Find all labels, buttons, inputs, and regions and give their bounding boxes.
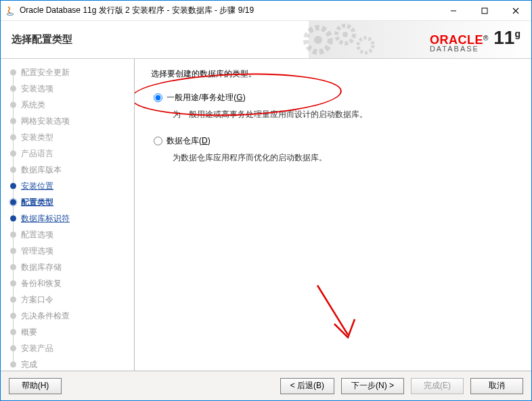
oracle-version: 11g: [493, 27, 520, 49]
step-label: 完成: [21, 359, 37, 371]
step-item: 概要: [7, 324, 131, 340]
step-label: 数据库版本: [21, 164, 62, 176]
step-dot-icon: [10, 248, 16, 254]
step-label: 数据库存储: [21, 262, 62, 273]
step-label: 网格安装选项: [21, 116, 70, 127]
radio-option-warehouse: 数据仓库(D)为数据仓库应用程序而优化的启动数据库。: [151, 135, 515, 164]
step-dot-icon: [10, 86, 16, 92]
step-dot-icon: [10, 199, 16, 206]
step-item: 安装类型: [7, 129, 131, 145]
step-label: 数据库标识符: [21, 213, 70, 225]
step-item: 数据库版本: [7, 162, 131, 178]
java-icon: [5, 5, 16, 16]
step-label: 安装位置: [21, 181, 53, 192]
svg-point-8: [342, 32, 348, 37]
radio-label: 一般用途/事务处理(G): [167, 92, 246, 103]
step-label: 先决条件检查: [21, 310, 70, 322]
step-item: 先决条件检查: [7, 308, 131, 324]
step-dot-icon: [10, 297, 16, 303]
step-item: 管理选项: [7, 243, 131, 259]
radio-input-general[interactable]: [154, 93, 162, 102]
step-item: 方案口令: [7, 291, 131, 308]
step-item: 完成: [7, 356, 131, 371]
step-dot-icon: [10, 362, 16, 368]
step-item: 配置选项: [7, 227, 131, 243]
back-button[interactable]: < 后退(B): [280, 378, 334, 394]
step-dot-icon: [10, 216, 16, 222]
step-item[interactable]: 配置类型: [7, 194, 131, 210]
step-item: 系统类: [7, 97, 131, 113]
step-dot-icon: [10, 151, 16, 157]
step-item: 数据库存储: [7, 259, 131, 275]
step-dot-icon: [10, 264, 16, 270]
oracle-logo: ORACLE® DATABASE 11g: [430, 27, 520, 53]
step-item: 配置安全更新: [7, 64, 131, 80]
svg-point-9: [358, 38, 373, 53]
step-item: 产品语言: [7, 145, 131, 162]
step-label: 方案口令: [21, 294, 53, 306]
main-area: 配置安全更新安装选项系统类网格安装选项安装类型产品语言数据库版本安装位置配置类型…: [1, 59, 531, 371]
svg-point-7: [336, 26, 354, 43]
step-dot-icon: [10, 118, 16, 124]
step-label: 配置选项: [21, 229, 53, 241]
step-label: 备份和恢复: [21, 278, 62, 289]
step-label: 产品语言: [21, 148, 53, 160]
window-titlebar: Oracle Database 11g 发行版 2 安装程序 - 安装数据库 -…: [1, 1, 531, 21]
radio-description: 为一般用途或高事务处理量应用而设计的启动数据库。: [173, 109, 515, 120]
step-dot-icon: [10, 329, 16, 335]
step-item[interactable]: 安装位置: [7, 178, 131, 194]
step-label: 管理选项: [21, 245, 53, 257]
step-label: 安装选项: [21, 83, 53, 95]
step-dot-icon: [10, 183, 16, 189]
step-label: 安装产品: [21, 343, 53, 354]
svg-point-0: [7, 13, 14, 15]
svg-rect-2: [482, 8, 487, 14]
step-item: 备份和恢复: [7, 275, 131, 291]
step-dot-icon: [10, 232, 16, 238]
finish-button[interactable]: 完成(E): [411, 378, 464, 394]
step-label: 概要: [21, 327, 37, 338]
step-dot-icon: [10, 346, 16, 352]
close-button[interactable]: [500, 1, 531, 21]
content-pane: 选择要创建的数据库的类型。 一般用途/事务处理(G)为一般用途或高事务处理量应用…: [135, 59, 531, 371]
header-banner: 选择配置类型 ORACLE® DATABASE 11g: [1, 21, 531, 59]
button-bar: 帮助(H) < 后退(B) 下一步(N) > 完成(E) 取消: [1, 371, 531, 400]
step-dot-icon: [10, 70, 16, 76]
step-sidebar: 配置安全更新安装选项系统类网格安装选项安装类型产品语言数据库版本安装位置配置类型…: [1, 59, 135, 371]
step-label: 配置安全更新: [21, 67, 70, 78]
radio-row[interactable]: 一般用途/事务处理(G): [154, 92, 515, 103]
radio-option-general: 一般用途/事务处理(G)为一般用途或高事务处理量应用而设计的启动数据库。: [151, 92, 515, 120]
maximize-button[interactable]: [469, 1, 500, 21]
svg-point-5: [306, 28, 330, 52]
radio-row[interactable]: 数据仓库(D): [154, 135, 515, 147]
step-label: 安装类型: [21, 132, 53, 143]
radio-label: 数据仓库(D): [167, 135, 210, 147]
minimize-button[interactable]: [438, 1, 469, 21]
step-item: 安装选项: [7, 80, 131, 97]
step-item: 安装产品: [7, 340, 131, 356]
annotation-arrow: [311, 282, 365, 346]
page-title: 选择配置类型: [12, 33, 72, 46]
content-prompt: 选择要创建的数据库的类型。: [151, 68, 515, 80]
step-dot-icon: [10, 313, 16, 319]
next-button[interactable]: 下一步(N) >: [341, 378, 404, 394]
window-controls: [438, 1, 531, 21]
step-dot-icon: [10, 167, 16, 173]
step-label: 系统类: [21, 99, 45, 111]
gears-decoration: [298, 22, 386, 57]
step-dot-icon: [10, 281, 16, 287]
svg-point-6: [314, 36, 322, 44]
step-item[interactable]: 数据库标识符: [7, 210, 131, 227]
window-title: Oracle Database 11g 发行版 2 安装程序 - 安装数据库 -…: [20, 5, 254, 16]
radio-input-warehouse[interactable]: [154, 137, 162, 145]
step-dot-icon: [10, 135, 16, 141]
radio-description: 为数据仓库应用程序而优化的启动数据库。: [173, 152, 515, 164]
cancel-button[interactable]: 取消: [470, 378, 523, 394]
step-label: 配置类型: [21, 197, 53, 208]
help-button[interactable]: 帮助(H): [9, 378, 62, 394]
step-dot-icon: [10, 102, 16, 108]
step-item: 网格安装选项: [7, 113, 131, 129]
